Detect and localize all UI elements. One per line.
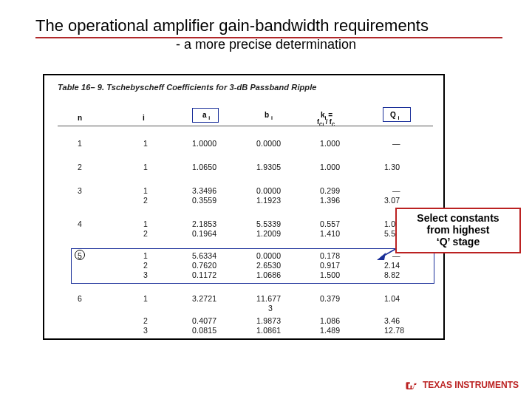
table-cell: 0.557: [320, 219, 340, 228]
coefficients-table: Table 16– 9. Tschebyscheff Coefficients …: [43, 74, 445, 340]
callout-box: Select constants from highest ‘Q’ stage: [395, 208, 521, 253]
table-cell: 2: [143, 229, 148, 238]
table-cell: 1: [143, 186, 148, 195]
table-cell: 1.396: [320, 196, 340, 205]
callout-line: from highest: [400, 224, 516, 236]
col-header-i: i: [143, 114, 145, 122]
table-cell: 1.30: [384, 163, 400, 171]
header-rule: [58, 126, 433, 126]
table-cell: 2: [78, 163, 82, 171]
table-cell: 1.9305: [256, 163, 281, 171]
table-cell: 1.04: [384, 294, 400, 303]
table-cell: 3: [143, 326, 148, 335]
table-cell: 0.3559: [192, 196, 216, 205]
table-cell: 12.78: [384, 326, 404, 335]
table-cell: 0.4077: [192, 316, 216, 325]
col-header-n: n: [78, 114, 82, 122]
table-cell: 3.3496: [192, 186, 216, 195]
callout-line: ‘Q’ stage: [400, 236, 516, 248]
table-cell: 0.0000: [256, 139, 281, 148]
table-cell: 1.1923: [256, 196, 281, 205]
table-cell: 0.0815: [192, 326, 216, 335]
table-cell: 4: [78, 219, 82, 228]
ti-logo: TEXAS INSTRUMENTS: [405, 378, 519, 392]
table-cell: 0.299: [320, 186, 340, 195]
highlight-box-a: [192, 108, 219, 123]
table-cell: 1.0000: [192, 139, 216, 148]
table-cell: 1.9873: [256, 316, 281, 325]
table-cell: 2: [143, 196, 148, 205]
page-subtitle: - a more precise determination: [0, 37, 532, 52]
table-cell: 0.379: [320, 294, 340, 303]
table-cell: 1: [143, 219, 148, 228]
table-cell: 1: [143, 163, 148, 171]
table-cell: 6: [78, 294, 82, 303]
highlight-box-n5: [71, 248, 434, 284]
table-cell: 1.0861: [256, 326, 281, 335]
circle-n5: [75, 250, 85, 260]
table-cell: 1.410: [320, 229, 340, 238]
table-cell: —: [392, 186, 400, 195]
table-cell: 1.086: [320, 316, 340, 325]
table-cell: 2.1853: [192, 219, 216, 228]
table-cell: 1: [143, 139, 148, 148]
table-cell: 5.5339: [256, 219, 281, 228]
table-cell: 11.677: [256, 294, 281, 303]
highlight-box-q: [383, 107, 411, 122]
table-cell: 1.489: [320, 326, 340, 335]
table-cell: 1: [78, 139, 82, 148]
table-caption: Table 16– 9. Tschebyscheff Coefficients …: [58, 83, 317, 92]
table-cell: 0.1964: [192, 229, 216, 238]
table-cell: 1: [143, 294, 148, 303]
table-cell: 3.07: [384, 196, 400, 205]
table-cell: 1.2009: [256, 229, 281, 238]
table-cell: 3: [78, 186, 82, 195]
ti-chip-icon: [405, 378, 418, 392]
table-cell: 2: [143, 316, 148, 325]
table-cell: 1.000: [320, 139, 340, 148]
page-title: The operational amplifier gain-bandwidth…: [35, 16, 502, 38]
table-cell: 1.000: [320, 163, 340, 171]
callout-line: Select constants: [400, 212, 516, 224]
table-cell: —: [392, 139, 400, 148]
table-cell: 3.2721: [192, 294, 216, 303]
table-cell: 1.0650: [192, 163, 216, 171]
table-cell: 3: [268, 304, 273, 313]
ti-logo-text: TEXAS INSTRUMENTS: [423, 380, 519, 390]
col-header-b: b i: [265, 111, 273, 120]
table-cell: 3.46: [384, 316, 400, 325]
table-cell: 0.0000: [256, 186, 281, 195]
